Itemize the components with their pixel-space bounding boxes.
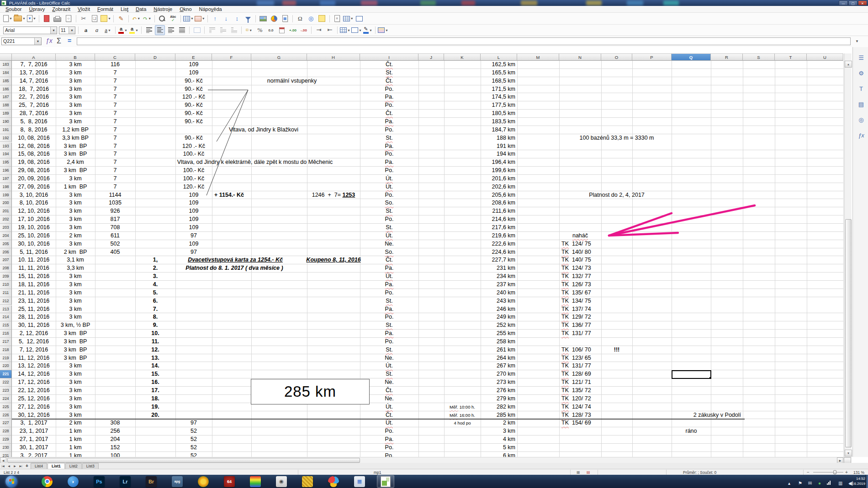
col-header-E[interactable]: E bbox=[175, 53, 212, 61]
tray-mail-icon[interactable]: ✉ bbox=[807, 478, 813, 487]
cell-L200[interactable]: 208,6 km bbox=[344, 199, 654, 207]
sheet-tab-List4[interactable]: List4 bbox=[31, 463, 47, 469]
tab-nav-next-icon[interactable]: ▶ bbox=[12, 463, 18, 469]
cell-N207[interactable]: TK 140/ 75 bbox=[422, 256, 738, 264]
col-header-B[interactable]: B bbox=[56, 53, 95, 61]
cell-N205[interactable]: TK 124/ 75 bbox=[422, 240, 738, 248]
zoom-out-icon[interactable]: − bbox=[807, 470, 810, 475]
col-header-Q[interactable]: Q bbox=[672, 53, 711, 61]
horizontal-scrollbar[interactable]: ◀▶ bbox=[0, 457, 852, 463]
taskbar-icon-photoshop[interactable]: Ps bbox=[90, 475, 108, 488]
col-header-N[interactable]: N bbox=[559, 53, 601, 61]
zoom-in-icon[interactable]: + bbox=[845, 470, 848, 475]
cell-N223[interactable]: TK 135/ 72 bbox=[422, 387, 738, 395]
maximize-button[interactable]: ▢ bbox=[848, 0, 857, 5]
cell-N208[interactable]: TK 124/ 73 bbox=[422, 264, 738, 273]
show-desktop-button[interactable] bbox=[866, 475, 868, 488]
col-header-S[interactable]: S bbox=[743, 53, 775, 61]
cell-N213[interactable]: TK 137/ 74 bbox=[422, 305, 738, 314]
cell-Q228[interactable]: ráno bbox=[535, 427, 844, 436]
horizontal-scroll-thumb[interactable] bbox=[7, 458, 360, 463]
vertical-scrollbar[interactable]: ▲▼ bbox=[844, 53, 852, 457]
spreadsheet-grid[interactable]: ABCDEFGHIJKLMNOPQRSTU1831841851861871881… bbox=[0, 0, 844, 457]
taskbar-icon-chrome[interactable] bbox=[38, 475, 56, 488]
navigator-icon[interactable]: ◎ bbox=[856, 115, 866, 125]
cell-L189[interactable]: 180,5 km bbox=[344, 110, 654, 118]
col-header-U[interactable]: U bbox=[807, 53, 843, 61]
col-header-T[interactable]: T bbox=[775, 53, 807, 61]
cell-L185[interactable]: 168,5 km bbox=[344, 77, 654, 85]
zoom-percent-label[interactable]: 131 % bbox=[853, 470, 864, 475]
scroll-up-icon[interactable]: ▲ bbox=[845, 61, 852, 68]
cell-L194[interactable]: 194 km bbox=[344, 150, 654, 158]
col-header-C[interactable]: C bbox=[95, 53, 135, 61]
col-header-J[interactable]: J bbox=[418, 53, 444, 61]
cell-N216[interactable]: TK 131/ 77 bbox=[422, 330, 738, 338]
cell-O192[interactable]: 100 bazénů 33,3 m = 3330 m bbox=[464, 134, 769, 142]
cell-N225[interactable]: TK 124/ 74 bbox=[422, 403, 738, 411]
cell-R226[interactable]: 2 zákusky v Podolí bbox=[574, 411, 844, 420]
cell-L193[interactable]: 191 km bbox=[344, 142, 654, 151]
tab-nav-first-icon[interactable]: |◀ bbox=[0, 463, 6, 469]
zoom-slider[interactable] bbox=[813, 472, 843, 472]
cell-L201[interactable]: 211,6 km bbox=[344, 207, 654, 215]
cell-L196[interactable]: 199,6 km bbox=[344, 167, 654, 175]
taskbar-icon-thunderbird[interactable]: ◗ bbox=[64, 475, 82, 488]
add-sheet-icon[interactable]: + bbox=[24, 463, 30, 469]
gallery-icon[interactable]: ▤ bbox=[856, 99, 866, 109]
average-sum-label[interactable]: Průměr: ; Součet: 0 bbox=[683, 470, 716, 475]
select-all-corner[interactable] bbox=[0, 53, 12, 61]
taskbar-icon-libreoffice-calc[interactable] bbox=[377, 475, 394, 488]
sheet-tab-List3[interactable]: List3 bbox=[82, 463, 99, 469]
cell-L231[interactable]: 6 km bbox=[344, 452, 654, 457]
col-header-D[interactable]: D bbox=[135, 53, 175, 61]
cell-L229[interactable]: 4 km bbox=[344, 436, 654, 444]
cell-L230[interactable]: 5 km bbox=[344, 444, 654, 452]
cell-N215[interactable]: TK 136/ 77 bbox=[422, 321, 738, 330]
tray-signal-icon[interactable] bbox=[827, 478, 831, 487]
taskbar-icon-start-button[interactable] bbox=[3, 475, 20, 488]
col-header-R[interactable]: R bbox=[711, 53, 743, 61]
col-header-I[interactable]: I bbox=[360, 53, 418, 61]
total-km-textbox[interactable]: 285 km bbox=[251, 379, 370, 404]
styles-icon[interactable]: T bbox=[856, 84, 866, 94]
col-header-L[interactable]: L bbox=[481, 53, 517, 61]
cell-L191[interactable]: 184,7 km bbox=[344, 126, 654, 134]
sheet-tab-List1[interactable]: List1 bbox=[48, 463, 65, 469]
col-header-K[interactable]: K bbox=[444, 53, 481, 61]
cell-L190[interactable]: 183,5 km bbox=[344, 118, 654, 126]
zoom-slider-thumb[interactable] bbox=[833, 470, 836, 474]
taskbar-icon-calculator[interactable]: ▦ bbox=[351, 475, 368, 488]
col-header-F[interactable]: F bbox=[212, 53, 251, 61]
cell-N227[interactable]: TK 154/ 69 bbox=[422, 419, 738, 427]
cell-L195[interactable]: 196,4 km bbox=[344, 158, 654, 167]
cell-N211[interactable]: TK 135/ 67 bbox=[422, 289, 738, 297]
taskbar-icon-bridge[interactable]: Br bbox=[143, 475, 160, 488]
col-header-A[interactable]: A bbox=[12, 53, 56, 61]
cell-O218[interactable]: !!! bbox=[464, 346, 769, 354]
col-header-G[interactable]: G bbox=[251, 53, 307, 61]
taskbar-icon-camera-tool[interactable]: ◉ bbox=[273, 475, 290, 488]
cell-N222[interactable]: TK 121/ 71 bbox=[422, 378, 738, 387]
cell-L183[interactable]: 162,5 km bbox=[344, 61, 654, 69]
taskbar-icon-lightroom[interactable]: Lr bbox=[116, 475, 134, 488]
cell-N220[interactable]: TK 131/ 77 bbox=[422, 362, 738, 370]
cell-N224[interactable]: TK 120/ 72 bbox=[422, 395, 738, 403]
close-button[interactable]: ✕ bbox=[858, 0, 867, 5]
cell-N210[interactable]: TK 126/ 73 bbox=[422, 281, 738, 289]
cell-N204[interactable]: naháč bbox=[422, 232, 738, 240]
cell-L186[interactable]: 171,5 km bbox=[344, 85, 654, 94]
cell-N212[interactable]: TK 134/ 75 bbox=[422, 297, 738, 305]
col-header-P[interactable]: P bbox=[632, 53, 672, 61]
taskbar-icon-app-64[interactable]: 64 bbox=[221, 475, 238, 488]
document-modified-icon[interactable]: ▤ bbox=[587, 470, 590, 474]
cell-L187[interactable]: 174,5 km bbox=[344, 93, 654, 101]
cell-L188[interactable]: 177,5 km bbox=[344, 101, 654, 110]
cell-N219[interactable]: TK 123/ 65 bbox=[422, 354, 738, 362]
cell-O199[interactable]: Platnost do 2, 4, 2017 bbox=[464, 191, 769, 199]
page-style-label[interactable]: mp1 bbox=[374, 470, 381, 475]
tray-antivirus-icon[interactable]: ● bbox=[817, 478, 822, 487]
cell-L202[interactable]: 214,6 km bbox=[344, 215, 654, 224]
tab-nav-last-icon[interactable]: ▶| bbox=[18, 463, 24, 469]
properties-icon[interactable]: ⚙ bbox=[856, 68, 866, 78]
